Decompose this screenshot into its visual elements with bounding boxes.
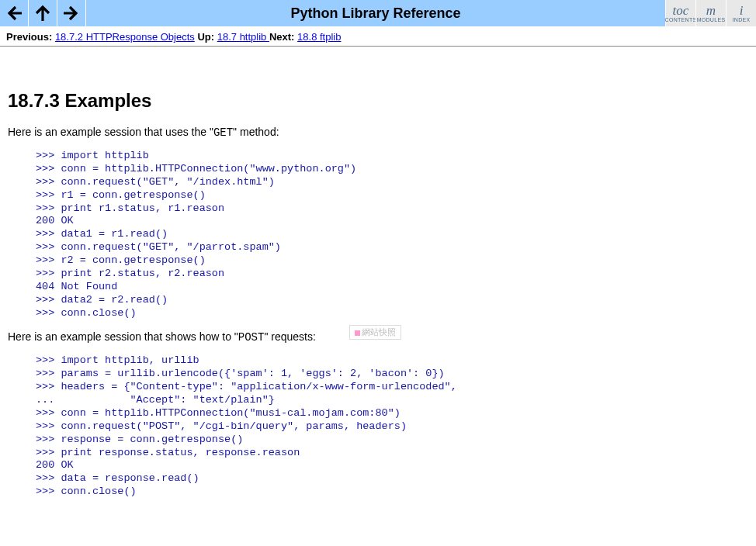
breadcrumb-prev-link[interactable]: 18.7.2 HTTPResponse Objects	[55, 31, 195, 43]
breadcrumb-next-label: Next:	[269, 31, 295, 43]
page-title: Python Library Reference	[86, 0, 665, 26]
breadcrumb-prev-label: Previous:	[6, 31, 52, 43]
up-arrow-button[interactable]	[29, 0, 57, 26]
toc-icon-label: toc	[673, 4, 689, 17]
index-small-label: INDEX	[733, 17, 751, 22]
intro2-text-a: Here is an example session that shows ho…	[8, 330, 238, 343]
code-block-2: >>> import httplib, urllib >>> params = …	[36, 354, 748, 499]
intro-paragraph-1: Here is an example session that uses the…	[8, 126, 748, 139]
intro1-text-a: Here is an example session that uses the…	[8, 126, 213, 138]
main-content: 18.7.3 Examples Here is an example sessi…	[0, 47, 756, 516]
breadcrumb-up-link[interactable]: 18.7 httplib	[217, 31, 269, 43]
toc-buttons-group: toc CONTENTS m MODULES i INDEX	[665, 0, 756, 26]
breadcrumb-up-label: Up:	[197, 31, 214, 43]
intro2-code: POST	[238, 331, 265, 344]
index-button[interactable]: i INDEX	[726, 0, 756, 26]
intro1-text-b: " method:	[233, 126, 279, 138]
arrow-left-icon	[5, 4, 23, 22]
toc-small-label: CONTENTS	[665, 17, 697, 22]
code-block-1: >>> import httplib >>> conn = httplib.HT…	[36, 150, 748, 320]
top-navigation-bar: Python Library Reference toc CONTENTS m …	[0, 0, 756, 26]
prev-arrow-button[interactable]	[0, 0, 29, 26]
arrow-up-icon	[33, 4, 52, 22]
nav-arrows-group	[0, 0, 86, 26]
next-arrow-button[interactable]	[57, 0, 86, 26]
breadcrumb: Previous: 18.7.2 HTTPResponse Objects Up…	[0, 26, 756, 47]
arrow-right-icon	[62, 4, 81, 22]
index-icon-label: i	[740, 4, 744, 17]
intro-paragraph-2: Here is an example session that shows ho…	[8, 330, 748, 344]
modules-small-label: MODULES	[697, 17, 726, 22]
breadcrumb-next-link[interactable]: 18.8 ftplib	[297, 31, 341, 43]
intro1-code: GET	[213, 126, 233, 139]
modules-button[interactable]: m MODULES	[695, 0, 726, 26]
modules-icon-label: m	[706, 4, 716, 17]
section-heading: 18.7.3 Examples	[8, 90, 748, 112]
contents-button[interactable]: toc CONTENTS	[665, 0, 695, 26]
intro2-text-b: " requests:	[264, 330, 315, 343]
